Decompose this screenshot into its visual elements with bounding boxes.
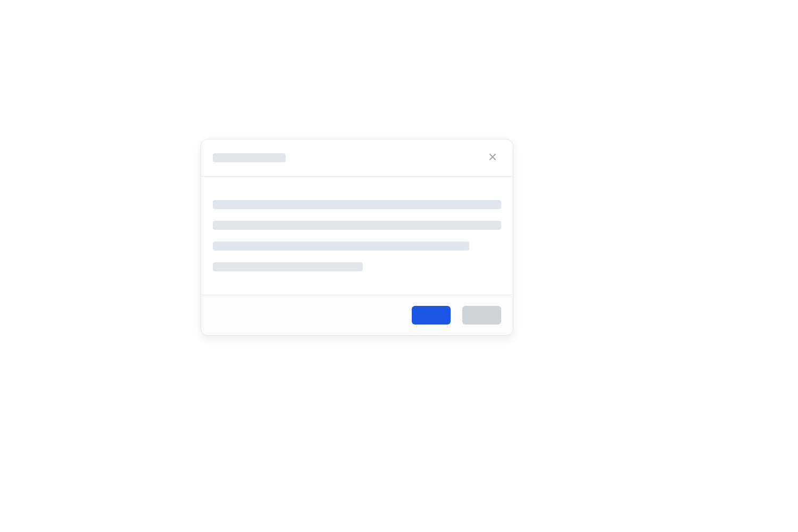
close-icon [487,152,498,164]
primary-action-label [431,315,432,316]
secondary-action-button[interactable] [462,306,501,325]
modal-header: Close [201,139,513,177]
body-skeleton-line [213,262,363,271]
modal-dialog: Close [201,139,513,336]
body-skeleton-line [213,242,469,251]
body-skeleton-line [213,221,501,230]
modal-title-skeleton [213,153,286,162]
close-button[interactable]: Close [484,149,501,167]
primary-action-button[interactable] [412,306,451,325]
secondary-action-label [482,315,483,316]
modal-title [213,153,213,154]
modal-footer [201,295,513,335]
modal-body [201,177,513,295]
body-skeleton-line [213,200,501,209]
